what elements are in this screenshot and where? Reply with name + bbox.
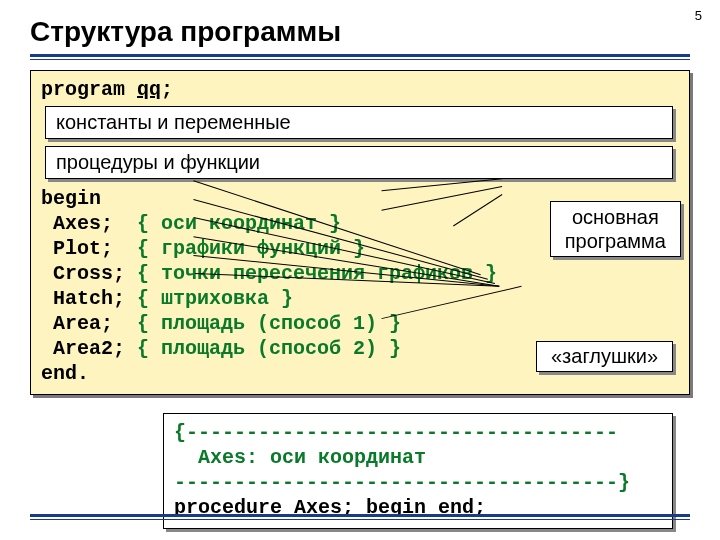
page-number: 5 [695, 8, 702, 23]
program-keyword: program [41, 78, 137, 101]
callout-main-line2: программа [565, 229, 666, 253]
callout-main-program: основная программа [550, 201, 681, 257]
code-line-cross: Cross; { точки пересечения графиков } [41, 261, 679, 286]
stub-comment: Axes: оси координат [174, 445, 662, 470]
stub-example-block: {------------------------------------ Ax… [163, 413, 673, 529]
comment-axes: { оси координат } [137, 212, 341, 235]
program-name: qq [137, 78, 161, 101]
program-declaration: program qq; [41, 77, 679, 102]
bottom-rule [30, 514, 690, 521]
title-rule-thick [30, 54, 690, 57]
title-rule-thin [30, 59, 690, 60]
code-line-area: Area; { площадь (способ 1) } [41, 311, 679, 336]
callout-main-line1: основная [565, 205, 666, 229]
stub-divider-top: {------------------------------------ [174, 420, 662, 445]
program-semicolon: ; [161, 78, 173, 101]
comment-cross: { точки пересечения графиков } [137, 262, 497, 285]
comment-hatch: { штриховка } [137, 287, 293, 310]
comment-area: { площадь (способ 1) } [137, 312, 401, 335]
inset-constants: константы и переменные [45, 106, 673, 139]
callout-stubs: «заглушки» [536, 341, 673, 372]
stub-divider-bottom: -------------------------------------} [174, 470, 662, 495]
slide-title: Структура программы [30, 16, 690, 48]
comment-plot: { графики функций } [137, 237, 365, 260]
comment-area2: { площадь (способ 2) } [137, 337, 401, 360]
code-block: program qq; константы и переменные проце… [30, 70, 690, 395]
inset-procedures: процедуры и функции [45, 146, 673, 179]
code-line-hatch: Hatch; { штриховка } [41, 286, 679, 311]
